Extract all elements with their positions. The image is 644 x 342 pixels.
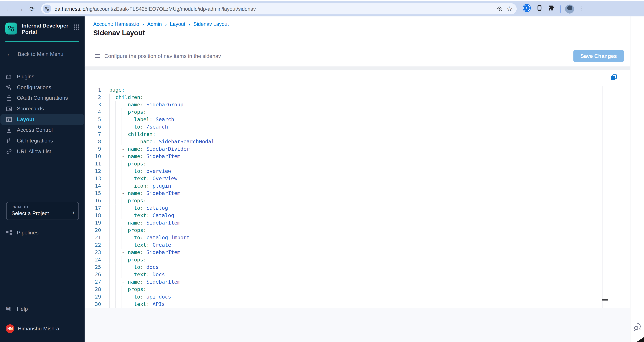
sidebar-item-configurations[interactable]: Configurations [0,82,84,93]
zoom-icon[interactable] [497,6,502,11]
indent-guide [122,197,122,204]
breadcrumb-item[interactable]: Sidenav Layout [194,21,229,27]
password-manager-icon[interactable] [522,4,531,14]
indent-guide [116,256,116,264]
extension-spinner-icon[interactable] [536,4,543,13]
extensions-puzzle-icon[interactable] [548,4,555,13]
code-line[interactable]: 2 children: [84,94,630,101]
line-number: 7 [84,131,101,138]
help-section: ? Help [0,304,84,314]
code-line[interactable]: 6 to: /search [84,123,630,131]
line-number: 24 [84,256,101,264]
code-text: - name: SidebarSearchModal [109,138,214,145]
code-line[interactable]: 21 to: catalog-import [84,234,630,241]
code-text: props: [109,108,146,116]
code-text: text: Catalog [109,212,174,219]
indent-guide [109,256,110,264]
code-line[interactable]: 8 - name: SidebarSearchModal [84,138,630,145]
breadcrumb-item[interactable]: Admin [147,21,162,27]
save-changes-button[interactable]: Save Changes [573,50,624,62]
code-text: - name: SidebarItem [109,278,180,286]
copy-icon[interactable] [610,73,618,81]
code-line[interactable]: 20 props: [84,227,630,234]
code-line[interactable]: 25 to: docs [84,264,630,271]
code-text: - name: SidebarDivider [109,145,190,153]
code-line[interactable]: 12 to: overview [84,167,630,175]
link-icon [6,148,12,155]
code-line[interactable]: 30 text: APIs [84,301,630,308]
user-profile[interactable]: HM Himanshu Mishra [0,322,84,335]
breadcrumb-item[interactable]: Account: Harness.io [93,21,139,27]
code-line[interactable]: 13 text: Overview [84,175,630,182]
sidebar-item-label: OAuth Configurations [17,95,68,101]
forward-icon[interactable]: → [16,4,26,14]
breadcrumb-item[interactable]: Layout [170,21,185,27]
toolbar-hint: Configure the position of nav items in t… [94,52,221,59]
sidebar-item-pipelines[interactable]: Pipelines [0,227,84,238]
sidebar-item-git-integrations[interactable]: Git Integrations [0,135,84,146]
code-line[interactable]: 24 props: [84,256,630,264]
code-line[interactable]: 19 - name: SidebarItem [84,219,630,227]
project-selector[interactable]: PROJECT Select a Project › [6,202,79,220]
breadcrumb: Account: Harness.io›Admin›Layout›Sidenav… [93,21,630,27]
indent-guide [122,256,122,264]
sidebar-item-scorecards[interactable]: Scorecards [0,103,84,114]
back-to-main-menu[interactable]: ← Back to Main Menu [6,49,79,59]
profile-avatar[interactable] [565,4,574,13]
reload-icon[interactable]: ⟳ [27,4,37,14]
code-lines[interactable]: 1page:2 children:3 - name: SidebarGroup4… [84,86,630,308]
code-line[interactable]: 14 icon: plugin [84,182,630,190]
code-line[interactable]: 27 - name: SidebarItem [84,278,630,286]
code-line[interactable]: 4 props: [84,108,630,116]
indent-guide [128,138,128,145]
code-line[interactable]: 26 text: Docs [84,271,630,278]
address-bar[interactable]: qa.harness.io/ng/account/zEaak-FLS425IEO… [41,3,517,14]
chat-help-icon[interactable] [633,322,643,333]
code-text: to: catalog [109,204,168,212]
code-text: text: Create [109,241,171,249]
code-line[interactable]: 28 props: [84,286,630,293]
code-line[interactable]: 11 props: [84,160,630,167]
code-line[interactable]: 3 - name: SidebarGroup [84,101,630,108]
code-line[interactable]: 7 children: [84,131,630,138]
code-line[interactable]: 9 - name: SidebarDivider [84,145,630,153]
indent-guide [128,167,128,175]
sidebar-item-label: Layout [17,116,34,122]
code-line[interactable]: 23 - name: SidebarItem [84,249,630,256]
site-info-tune-icon[interactable] [43,4,51,13]
editor-scrollbar-track[interactable] [602,86,602,308]
indent-guide [116,278,116,286]
viewport: ← → ⟳ qa.harness.io/ng/account/zEaak-FLS… [0,0,644,342]
editor-scrollbar-thumb[interactable] [602,299,608,301]
code-line[interactable]: 22 text: Create [84,241,630,249]
sidebar-item-plugins[interactable]: Plugins [0,71,84,82]
sidebar-item-oauth-configurations[interactable]: OAuth Configurations [0,93,84,103]
menu-kebab-icon[interactable]: ⋮ [579,8,583,10]
sidebar-item-url-allow-list[interactable]: URL Allow List [0,146,84,157]
code-line[interactable]: 5 label: Search [84,116,630,123]
code-line[interactable]: 10 - name: SidebarItem [84,153,630,160]
indent-guide [116,116,116,123]
code-line[interactable]: 1page: [84,86,630,94]
url-text[interactable]: qa.harness.io/ng/account/zEaak-FLS425IEO… [54,6,492,11]
sidebar-item-access-control[interactable]: Access Control [0,124,84,135]
indent-guide [109,153,110,160]
code-line[interactable]: 29 to: api-docs [84,293,630,301]
code-line[interactable]: 15 - name: SidebarItem [84,190,630,197]
code-line[interactable]: 16 props: [84,197,630,204]
sidebar-item-layout[interactable]: Layout [0,114,84,125]
indent-guide [116,182,116,190]
code-line[interactable]: 17 to: catalog [84,204,630,212]
back-label: Back to Main Menu [18,51,63,57]
back-icon[interactable]: ← [4,4,14,14]
bookmark-star-icon[interactable]: ☆ [507,5,512,12]
indent-guide [116,145,116,153]
code-text: - name: SidebarItem [109,249,180,256]
indent-guide [128,264,128,271]
indent-guide [116,249,116,256]
sidebar-item-help[interactable]: ? Help [0,304,84,314]
apps-grid-icon[interactable] [74,24,79,31]
code-line[interactable]: 18 text: Catalog [84,212,630,219]
indent-guide [128,175,128,182]
yaml-editor[interactable]: 1page:2 children:3 - name: SidebarGroup4… [84,70,630,308]
